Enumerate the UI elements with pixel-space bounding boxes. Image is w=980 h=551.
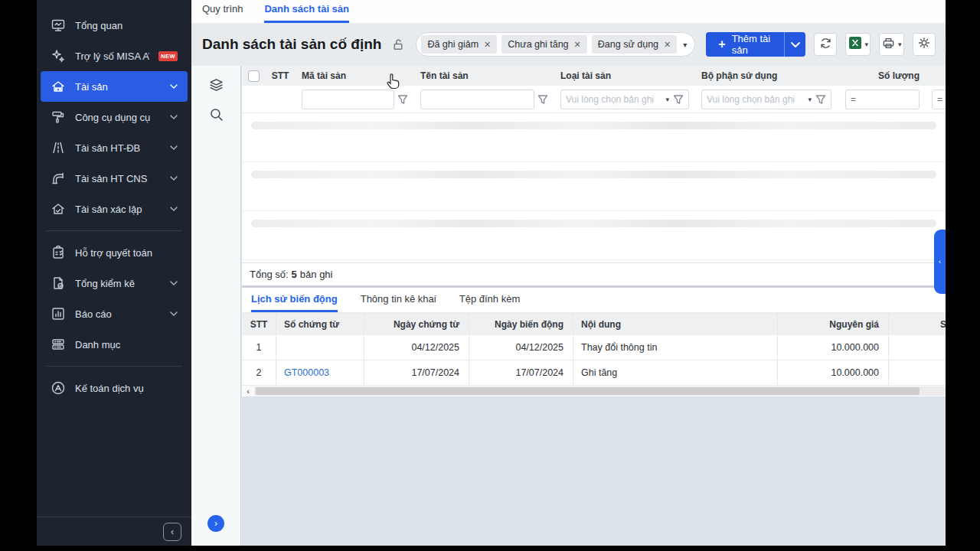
filter-input-ten-tai-san[interactable] <box>426 94 529 105</box>
filter-chip-da-ghi-giam[interactable]: Đã ghi giảm ✕ <box>421 35 497 54</box>
right-edge-panel-handle[interactable]: ‹ <box>934 230 946 294</box>
main-area: Quy trình Danh sách tài sản Danh sách tà… <box>191 0 946 546</box>
tab-lich-su-bien-dong[interactable]: Lịch sử biến động <box>251 293 338 312</box>
sidebar-item-tong-kiem-ke[interactable]: Tổng kiểm kê <box>41 268 188 298</box>
export-excel-button[interactable]: ▾ <box>845 33 871 56</box>
tab-danh-sach-tai-san[interactable]: Danh sách tài sản <box>264 3 349 23</box>
filter-select-bo-phan-su-dung[interactable]: Vui lòng chọn bản ghi ▾ <box>701 90 831 109</box>
filter-input-ma-tai-san[interactable] <box>307 94 389 105</box>
detail-column-stt[interactable]: STT <box>242 313 276 335</box>
column-header-ma-tai-san[interactable]: Mã tài sản <box>296 70 414 81</box>
sidebar: Tổng quan Trợ lý số MISA AVA NEW Tài sản… <box>37 0 191 546</box>
close-icon[interactable]: ✕ <box>664 40 671 50</box>
summary-label: Tổng số: <box>250 269 289 280</box>
gear-icon <box>917 36 931 53</box>
cell-nguyen-gia: 10.000.000 <box>778 335 889 360</box>
printer-icon <box>882 37 895 53</box>
funnel-icon[interactable] <box>397 94 408 105</box>
sidebar-item-tai-san-ht-db[interactable]: Tài sản HT-ĐB <box>41 132 188 163</box>
chips-dropdown-caret-icon[interactable]: ▾ <box>683 41 687 49</box>
sidebar-footer: ‹ <box>37 517 191 546</box>
equals-operator[interactable]: = <box>937 94 942 105</box>
sidebar-divider <box>46 230 182 231</box>
cell-stt: 1 <box>242 335 276 360</box>
filter-chip-chua-ghi-tang[interactable]: Chưa ghi tăng ✕ <box>501 35 586 54</box>
filter-select-loai-tai-san[interactable]: Vui lòng chọn bản ghi ▾ <box>560 90 689 109</box>
page-title: Danh sách tài sản cố định <box>202 36 381 53</box>
sidebar-item-tong-quan[interactable]: Tổng quan <box>41 10 188 41</box>
expand-panel-button[interactable]: › <box>207 515 224 532</box>
column-header-so-luong[interactable]: Số lượng <box>838 70 927 81</box>
scrollbar-track[interactable] <box>254 386 946 396</box>
detail-table-row[interactable]: 2 GT000003 17/07/2024 17/07/2024 Ghi tăn… <box>242 360 946 386</box>
close-icon[interactable]: ✕ <box>484 40 491 50</box>
add-asset-dropdown-button[interactable] <box>785 32 805 57</box>
column-header-bo-phan-su-dung[interactable]: Bộ phận sử dụng <box>695 70 838 81</box>
sidebar-item-bao-cao[interactable]: Báo cáo <box>41 298 188 329</box>
scrollbar-thumb[interactable] <box>256 387 920 395</box>
column-header-loai-tai-san[interactable]: Loại tài sản <box>554 70 695 81</box>
select-placeholder: Vui lòng chọn bản ghi <box>566 94 662 105</box>
caret-down-icon: ▾ <box>865 41 869 48</box>
detail-column-noi-dung[interactable]: Nội dung <box>573 313 778 335</box>
sidebar-item-tai-san-xac-lap[interactable]: Tài sản xác lập <box>41 194 188 224</box>
document-link[interactable]: GT000003 <box>284 367 329 378</box>
detail-column-so-chung-tu[interactable]: Số chứng từ <box>276 313 364 335</box>
refresh-icon <box>819 37 832 53</box>
layers-icon[interactable] <box>204 73 227 96</box>
monitor-icon <box>51 18 66 33</box>
detail-column-so-tien[interactable]: Số tiền <box>889 313 946 335</box>
funnel-icon[interactable] <box>815 94 826 105</box>
column-header-ten-tai-san[interactable]: Tên tài sản <box>414 70 554 81</box>
sidebar-item-label: Tổng quan <box>75 20 178 31</box>
close-icon[interactable]: ✕ <box>574 40 581 50</box>
tab-tep-dinh-kem[interactable]: Tệp đính kèm <box>459 293 521 312</box>
skeleton-row <box>242 236 946 260</box>
sidebar-item-label: Trợ lý số MISA AVA <box>75 51 149 62</box>
equals-operator[interactable]: = <box>851 94 856 105</box>
detail-column-nguyen-gia[interactable]: Nguyên giá <box>778 313 889 335</box>
catalog-icon <box>51 337 66 352</box>
scroll-left-arrow[interactable]: ‹ <box>242 386 254 396</box>
clipboard-icon <box>51 245 66 260</box>
skeleton-row <box>242 138 946 162</box>
filter-input-so-luong[interactable] <box>860 94 914 105</box>
select-all-checkbox[interactable] <box>248 70 260 82</box>
add-asset-button[interactable]: + Thêm tài sản <box>706 32 785 57</box>
tab-quy-trinh[interactable]: Quy trình <box>202 3 243 23</box>
chevron-down-icon <box>170 115 178 119</box>
sidebar-item-label: Báo cáo <box>75 308 161 320</box>
sidebar-collapse-button[interactable]: ‹ <box>163 523 181 541</box>
settings-button[interactable] <box>913 33 936 56</box>
cell-ngay-bien-dong: 17/07/2024 <box>469 360 573 385</box>
refresh-button[interactable] <box>814 33 837 56</box>
sidebar-item-misa-ava[interactable]: Trợ lý số MISA AVA NEW <box>41 41 188 71</box>
skeleton-row <box>242 162 946 187</box>
sidebar-item-tai-san-ht-cns[interactable]: Tài sản HT CNS <box>41 163 188 194</box>
funnel-icon[interactable] <box>537 94 548 105</box>
sidebar-item-ho-tro-quyet-toan[interactable]: Hỗ trợ quyết toán <box>41 237 188 268</box>
left-icon-rail: › <box>191 66 241 546</box>
plus-icon: + <box>718 37 725 51</box>
filter-chip-dang-su-dung[interactable]: Đang sử dụng ✕ <box>592 35 677 54</box>
column-header-stt[interactable]: STT <box>265 70 296 81</box>
chevron-left-icon: ‹ <box>939 258 941 266</box>
print-button[interactable]: ▾ <box>879 33 904 56</box>
app-screen: Tổng quan Trợ lý số MISA AVA NEW Tài sản… <box>37 0 946 546</box>
detail-column-ngay-bien-dong[interactable]: Ngày biến động <box>469 313 573 335</box>
skeleton-bar <box>251 122 936 129</box>
funnel-icon[interactable] <box>673 94 684 105</box>
unlock-icon[interactable] <box>392 38 405 51</box>
tab-thong-tin-ke-khai[interactable]: Thông tin kê khai <box>361 293 436 312</box>
detail-table-row[interactable]: 1 04/12/2025 04/12/2025 Thay đổi thông t… <box>242 335 946 360</box>
sidebar-item-cong-cu-dung-cu[interactable]: Công cụ dụng cụ <box>41 102 188 132</box>
cell-ngay-chung-tu: 17/07/2024 <box>364 360 469 385</box>
sidebar-item-label: Công cụ dụng cụ <box>75 112 161 123</box>
sidebar-item-danh-muc[interactable]: Danh mục <box>41 329 188 360</box>
sidebar-item-ke-toan-dich-vu[interactable]: Kế toán dịch vụ <box>41 373 188 403</box>
detail-column-ngay-chung-tu[interactable]: Ngày chứng từ <box>364 313 469 335</box>
filter-input-ten-tai-san-box <box>420 90 534 109</box>
search-icon[interactable] <box>204 103 227 126</box>
more-options-button[interactable] <box>944 33 946 56</box>
sidebar-item-tai-san[interactable]: Tài sản <box>41 71 188 102</box>
